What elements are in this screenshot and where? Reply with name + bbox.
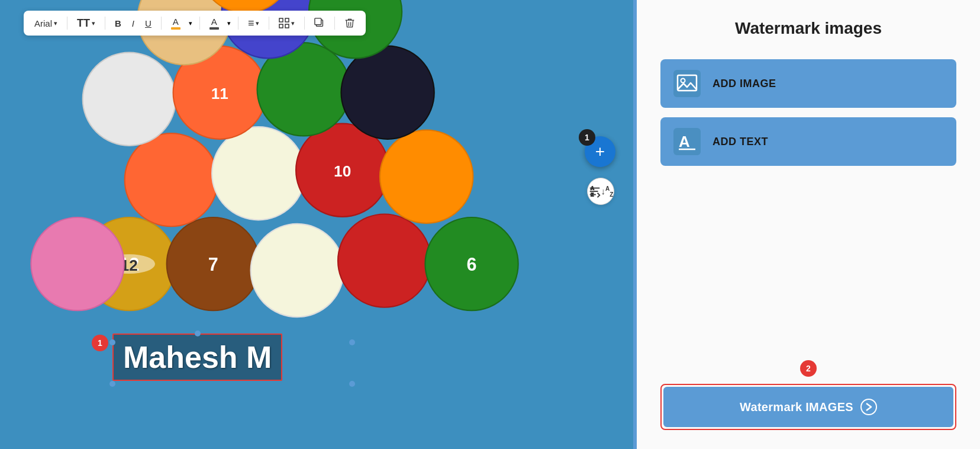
svg-text:7: 7 — [208, 254, 218, 274]
add-image-label: ADD IMAGE — [713, 78, 776, 90]
sort-icon: A Z — [588, 185, 601, 198]
step-badge-1: 1 — [92, 335, 108, 351]
svg-point-22 — [83, 53, 176, 146]
svg-point-17 — [125, 133, 218, 226]
handle-tr — [349, 339, 355, 345]
svg-point-18 — [212, 127, 305, 220]
watermark-text-overlay[interactable]: Mahesh M — [112, 333, 282, 381]
text-color-swatch — [209, 27, 219, 30]
handle-right — [349, 381, 355, 387]
add-text-icon-container: A — [673, 128, 701, 155]
toolbar-sep-1 — [67, 17, 67, 30]
svg-point-33 — [31, 217, 124, 310]
step-badge-2-container: 2 — [660, 360, 956, 377]
add-image-icon-container — [673, 70, 701, 97]
step-badge-2: 2 — [800, 360, 817, 377]
toolbar-sep-6 — [269, 17, 269, 30]
watermark-images-button[interactable]: Watermark IMAGES — [663, 387, 953, 427]
watermark-button-container: Watermark IMAGES — [660, 384, 956, 430]
add-image-button[interactable]: ADD IMAGE — [660, 59, 956, 108]
svg-text:Z: Z — [591, 192, 594, 197]
text-formatting-toolbar: Arial ▾ TT ▾ B I U A ▾ A ▾ — [24, 11, 366, 36]
svg-rect-2 — [279, 24, 283, 28]
italic-button[interactable]: I — [130, 17, 137, 30]
text-icon: A — [676, 131, 698, 152]
svg-text:11: 11 — [211, 85, 228, 102]
handle-tl — [109, 339, 115, 345]
watermark-btn-text: Watermark IMAGES — [740, 400, 853, 414]
svg-rect-3 — [285, 24, 289, 28]
add-text-button[interactable]: A ADD TEXT — [660, 117, 956, 166]
duplicate-button[interactable] — [312, 17, 327, 30]
watermark-text[interactable]: Mahesh M — [123, 340, 272, 374]
text-color-button[interactable]: A — [207, 15, 221, 31]
sort-button[interactable]: A Z ↓AZ — [587, 178, 614, 205]
svg-point-14 — [338, 214, 431, 307]
toolbar-sep-2 — [105, 17, 105, 30]
arrow-right-icon — [860, 399, 877, 415]
underline-button[interactable]: U — [143, 17, 154, 30]
align-button[interactable]: ≡ ▾ — [246, 16, 262, 31]
duplicate-icon — [314, 18, 325, 28]
svg-point-13 — [251, 224, 344, 317]
svg-rect-5 — [315, 18, 321, 25]
highlight-color-button[interactable]: A — [169, 15, 183, 31]
svg-text:A: A — [679, 133, 690, 150]
billiard-background: 12 7 6 10 — [0, 0, 633, 449]
pattern-button[interactable]: ▾ — [276, 17, 297, 30]
toolbar-sep-8 — [334, 17, 335, 30]
highlight-swatch — [171, 27, 180, 30]
handle-left — [109, 381, 115, 387]
watermark-panel: Watermark images ADD IMAGE A ADD TEXT 2 — [637, 0, 980, 449]
svg-point-40 — [681, 79, 685, 83]
panel-title: Watermark images — [660, 19, 956, 38]
image-icon — [676, 73, 698, 94]
svg-rect-39 — [678, 75, 697, 91]
svg-rect-0 — [279, 18, 283, 22]
toolbar-sep-4 — [199, 17, 200, 30]
panel-spacer — [660, 175, 956, 360]
delete-button[interactable] — [342, 17, 357, 30]
plus-button-badge: 1 — [579, 129, 595, 146]
svg-text:10: 10 — [334, 162, 351, 180]
bold-button[interactable]: B — [112, 17, 124, 30]
font-size-selector[interactable]: TT ▾ — [75, 16, 98, 31]
toolbar-sep-7 — [304, 17, 305, 30]
trash-icon — [344, 18, 355, 28]
font-family-selector[interactable]: Arial ▾ — [32, 17, 60, 30]
svg-text:A: A — [591, 185, 594, 191]
grid-icon — [279, 18, 289, 28]
toolbar-sep-5 — [238, 17, 238, 30]
image-editor-panel: Arial ▾ TT ▾ B I U A ▾ A ▾ — [0, 0, 633, 449]
svg-rect-1 — [285, 18, 289, 22]
add-text-label: ADD TEXT — [713, 136, 768, 148]
svg-point-25 — [341, 46, 434, 139]
svg-text:6: 6 — [467, 254, 477, 274]
toolbar-sep-3 — [161, 17, 162, 30]
billiard-scene: 12 7 6 10 — [0, 0, 633, 449]
handle-top — [195, 331, 201, 336]
svg-point-21 — [380, 130, 473, 223]
svg-point-43 — [861, 399, 876, 415]
